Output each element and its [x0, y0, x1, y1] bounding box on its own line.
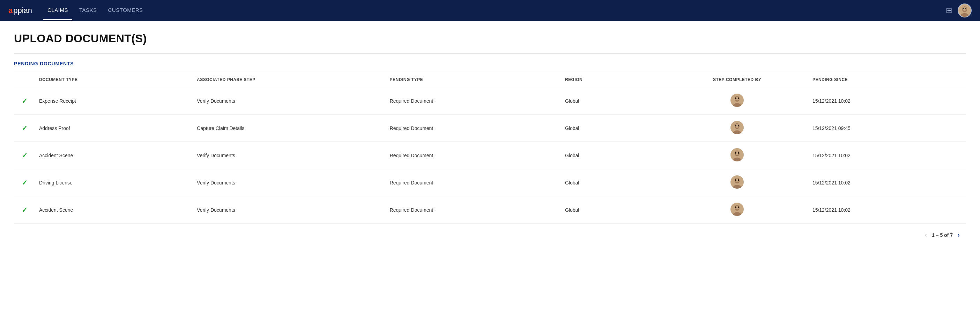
col-pending-type: PENDING TYPE	[386, 72, 561, 87]
row-check-1: ✓	[14, 115, 35, 142]
nav-link-tasks[interactable]: TASKS	[75, 1, 101, 20]
row-check-0: ✓	[14, 87, 35, 115]
row-completed-by-0	[666, 87, 808, 115]
pagination: ‹ 1 – 5 of 7 ›	[14, 224, 966, 246]
row-pending-since-0: 15/12/2021 10:02	[808, 87, 966, 115]
svg-rect-23	[738, 152, 739, 154]
nav-links: CLAIMS TASKS CUSTOMERS	[43, 1, 147, 20]
svg-rect-35	[738, 206, 739, 208]
table-row: ✓Accident SceneVerify DocumentsRequired …	[14, 142, 966, 169]
page-title: UPLOAD DOCUMENT(S)	[14, 32, 966, 45]
row-completed-by-1	[666, 115, 808, 142]
row-avatar-3	[730, 176, 744, 189]
pagination-prev[interactable]: ‹	[923, 230, 929, 239]
row-phase-step-1: Capture Claim Details	[192, 115, 386, 142]
check-icon: ✓	[22, 97, 27, 105]
row-pending-since-1: 15/12/2021 09:45	[808, 115, 966, 142]
check-icon: ✓	[22, 206, 27, 214]
row-doc-type-3: Driving License	[35, 169, 192, 197]
svg-rect-22	[735, 152, 737, 154]
col-pending-since: PENDING SINCE	[808, 72, 966, 87]
row-pending-type-0: Required Document	[386, 87, 561, 115]
col-check	[14, 72, 35, 87]
row-avatar-4	[730, 203, 744, 216]
navbar-right: ⊞	[946, 3, 972, 18]
row-region-3: Global	[561, 169, 666, 197]
row-phase-step-0: Verify Documents	[192, 87, 386, 115]
logo-a: a	[8, 6, 13, 15]
row-completed-by-4	[666, 197, 808, 224]
row-avatar-0	[730, 94, 744, 107]
row-avatar-1	[730, 121, 744, 134]
row-region-0: Global	[561, 87, 666, 115]
row-doc-type-2: Accident Scene	[35, 142, 192, 169]
documents-table: DOCUMENT TYPE ASSOCIATED PHASE STEP PEND…	[14, 72, 966, 224]
svg-rect-11	[738, 97, 739, 99]
row-phase-step-3: Verify Documents	[192, 169, 386, 197]
row-doc-type-1: Address Proof	[35, 115, 192, 142]
row-doc-type-0: Expense Receipt	[35, 87, 192, 115]
row-phase-step-4: Verify Documents	[192, 197, 386, 224]
svg-rect-29	[738, 179, 739, 181]
col-completed-by: STEP COMPLETED BY	[666, 72, 808, 87]
row-avatar-2	[730, 148, 744, 161]
nav-link-claims[interactable]: CLAIMS	[43, 1, 72, 20]
svg-rect-28	[735, 179, 737, 181]
main-content: UPLOAD DOCUMENT(S) PENDING DOCUMENTS DOC…	[0, 21, 980, 257]
svg-point-5	[965, 8, 966, 10]
row-pending-type-1: Required Document	[386, 115, 561, 142]
table-row: ✓Address ProofCapture Claim DetailsRequi…	[14, 115, 966, 142]
check-icon: ✓	[22, 179, 27, 187]
row-check-4: ✓	[14, 197, 35, 224]
user-avatar-nav[interactable]	[958, 3, 972, 18]
nav-link-customers[interactable]: CUSTOMERS	[104, 1, 147, 20]
row-region-1: Global	[561, 115, 666, 142]
appian-wordmark: appian	[8, 6, 32, 15]
row-region-4: Global	[561, 197, 666, 224]
appian-logo: appian	[8, 6, 32, 15]
row-pending-since-2: 15/12/2021 10:02	[808, 142, 966, 169]
row-pending-type-2: Required Document	[386, 142, 561, 169]
row-pending-since-4: 15/12/2021 10:02	[808, 197, 966, 224]
row-pending-type-4: Required Document	[386, 197, 561, 224]
table-header-row: DOCUMENT TYPE ASSOCIATED PHASE STEP PEND…	[14, 72, 966, 87]
row-check-2: ✓	[14, 142, 35, 169]
svg-rect-17	[738, 125, 739, 126]
pagination-next[interactable]: ›	[956, 230, 962, 239]
svg-rect-10	[735, 97, 737, 99]
row-completed-by-2	[666, 142, 808, 169]
row-pending-since-3: 15/12/2021 10:02	[808, 169, 966, 197]
title-divider	[14, 53, 966, 54]
section-title: PENDING DOCUMENTS	[14, 61, 966, 66]
col-phase-step: ASSOCIATED PHASE STEP	[192, 72, 386, 87]
svg-rect-34	[735, 206, 737, 208]
col-document-type: DOCUMENT TYPE	[35, 72, 192, 87]
col-region: REGION	[561, 72, 666, 87]
svg-rect-16	[735, 125, 737, 126]
pagination-range: 1 – 5 of 7	[932, 232, 953, 238]
table-row: ✓Expense ReceiptVerify DocumentsRequired…	[14, 87, 966, 115]
row-region-2: Global	[561, 142, 666, 169]
row-doc-type-4: Accident Scene	[35, 197, 192, 224]
table-row: ✓Accident SceneVerify DocumentsRequired …	[14, 197, 966, 224]
row-completed-by-3	[666, 169, 808, 197]
grid-icon[interactable]: ⊞	[946, 6, 952, 15]
table-row: ✓Driving LicenseVerify DocumentsRequired…	[14, 169, 966, 197]
logo-rest: ppian	[13, 6, 32, 15]
navbar: appian CLAIMS TASKS CUSTOMERS ⊞	[0, 0, 980, 21]
check-icon: ✓	[22, 152, 27, 159]
row-phase-step-2: Verify Documents	[192, 142, 386, 169]
check-icon: ✓	[22, 125, 27, 132]
row-pending-type-3: Required Document	[386, 169, 561, 197]
svg-point-4	[963, 8, 964, 10]
navbar-left: appian CLAIMS TASKS CUSTOMERS	[8, 1, 147, 20]
row-check-3: ✓	[14, 169, 35, 197]
